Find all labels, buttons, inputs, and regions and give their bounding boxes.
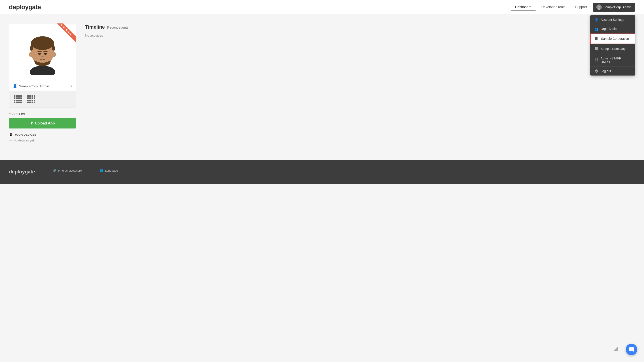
org-icon-2[interactable] — [26, 94, 36, 104]
language-icon: 🌐 — [100, 169, 103, 172]
svg-rect-16 — [597, 48, 598, 49]
svg-rect-23 — [598, 58, 598, 59]
svg-rect-55 — [18, 97, 20, 99]
svg-rect-58 — [16, 100, 18, 101]
dropdown-item-organization[interactable]: 👥 Organization — [590, 24, 635, 33]
svg-rect-80 — [34, 102, 35, 103]
svg-rect-11 — [595, 47, 596, 48]
svg-point-47 — [29, 52, 33, 57]
svg-rect-76 — [34, 100, 35, 101]
chat-bubble-button[interactable] — [626, 344, 637, 355]
svg-rect-24 — [595, 59, 596, 60]
footer-logo-text: deploy — [9, 169, 25, 175]
svg-point-37 — [30, 66, 55, 75]
svg-rect-71 — [32, 97, 33, 99]
svg-rect-49 — [14, 95, 16, 97]
profile-name-inner: 👤 SampleCorp_Admin — [13, 84, 49, 88]
org-icon-1[interactable] — [13, 94, 22, 104]
svg-rect-34 — [596, 61, 597, 61]
svg-rect-64 — [20, 102, 22, 103]
devices-section: 📱 YOUR DEVICES — No devices yet. — [9, 133, 76, 142]
org-icons-bar — [9, 91, 76, 107]
svg-rect-9 — [596, 39, 597, 40]
chat-bubble-icon — [629, 347, 634, 352]
dropdown-item-logout[interactable]: ⏻ Log out — [590, 67, 635, 75]
sample-company-label: Sample Company — [600, 47, 626, 50]
svg-rect-5 — [595, 38, 596, 39]
svg-point-44 — [40, 53, 40, 54]
svg-rect-4 — [598, 37, 598, 38]
svg-point-41 — [33, 52, 52, 63]
sample-corporation-label: Sample Corporation — [601, 37, 629, 40]
profile-name-bar: 👤 SampleCorp_Admin ▾ — [9, 81, 76, 91]
dash-icon: — — [9, 139, 12, 142]
svg-rect-84 — [618, 347, 618, 351]
svg-rect-7 — [598, 38, 598, 39]
building-icon-2 — [26, 95, 36, 104]
dropdown-arrow-icon[interactable]: ▾ — [70, 84, 72, 88]
upload-btn-label: Upload App — [35, 121, 55, 125]
organization-icon: 👥 — [594, 27, 598, 31]
svg-rect-53 — [14, 97, 16, 99]
dropdown-item-sample-corporation[interactable]: Sample Corporation — [590, 33, 635, 44]
svg-rect-51 — [18, 95, 20, 97]
devices-icon: 📱 — [9, 133, 12, 136]
svg-rect-27 — [598, 59, 598, 60]
svg-rect-19 — [597, 49, 598, 50]
account-settings-icon: 👤 — [594, 18, 598, 21]
dropdown-item-sample-company[interactable]: Sample Company — [590, 44, 635, 54]
profile-card: INDIVIDUAL — [9, 23, 76, 142]
svg-rect-77 — [27, 102, 29, 103]
svg-rect-14 — [595, 48, 596, 49]
svg-rect-62 — [16, 102, 18, 103]
svg-rect-32 — [595, 61, 596, 61]
nav-developer-tools[interactable]: Developer Tools — [537, 3, 569, 11]
svg-rect-79 — [32, 102, 33, 103]
svg-rect-28 — [595, 60, 596, 60]
dropdown-item-admin-staff[interactable]: Admin (STAFF ONLY) — [590, 54, 635, 67]
apps-header: ≡ APPS (0) — [9, 112, 76, 115]
devices-header: 📱 YOUR DEVICES — [9, 133, 76, 136]
nav-support[interactable]: Support — [571, 3, 591, 11]
svg-rect-31 — [598, 60, 598, 60]
admin-staff-icon — [594, 58, 598, 62]
timeline-subtitle: Recent events — [107, 25, 128, 29]
svg-rect-63 — [18, 102, 20, 103]
username-label: SampleCorp_Admin — [604, 5, 632, 9]
footer-logo-bold: gate — [25, 169, 35, 175]
logo[interactable]: deploygate — [9, 3, 41, 11]
svg-rect-10 — [598, 39, 598, 40]
svg-rect-26 — [596, 59, 597, 60]
svg-rect-81 — [614, 350, 615, 351]
footer-find-us: 🔗 Find us elsewhere — [53, 169, 82, 175]
svg-rect-70 — [29, 97, 31, 99]
svg-rect-3 — [596, 37, 597, 38]
svg-rect-25 — [596, 59, 596, 60]
logout-label: Log out — [600, 69, 611, 73]
svg-point-1 — [598, 8, 600, 10]
svg-rect-21 — [596, 58, 596, 59]
svg-rect-69 — [27, 97, 29, 99]
dropdown-item-account-settings[interactable]: 👤 Account Settings — [590, 15, 635, 24]
avatar-illustration — [22, 30, 62, 75]
svg-rect-68 — [34, 95, 35, 97]
no-devices-message: — No devices yet. — [9, 139, 76, 142]
svg-rect-29 — [596, 60, 596, 60]
logo-text: deploy — [9, 3, 28, 10]
svg-point-42 — [38, 53, 41, 55]
svg-rect-56 — [20, 97, 22, 99]
svg-rect-72 — [34, 97, 35, 99]
language-label: Language — [105, 169, 118, 172]
account-settings-label: Account Settings — [600, 18, 624, 21]
user-dropdown-menu: 👤 Account Settings 👥 Organization — [590, 15, 635, 75]
upload-app-button[interactable]: ⬆ Upload App — [9, 118, 76, 128]
svg-rect-2 — [595, 37, 596, 38]
nav-dashboard[interactable]: Dashboard — [511, 3, 535, 11]
svg-rect-8 — [595, 39, 596, 40]
profile-username: SampleCorp_Admin — [19, 84, 49, 88]
svg-rect-60 — [20, 100, 22, 101]
svg-rect-82 — [615, 349, 616, 351]
svg-rect-12 — [596, 47, 597, 48]
user-menu-button[interactable]: SampleCorp_Admin 👤 Account Settings 👥 Or… — [593, 3, 635, 12]
footer: deploygate 🔗 Find us elsewhere 🌐 Languag… — [0, 160, 644, 184]
